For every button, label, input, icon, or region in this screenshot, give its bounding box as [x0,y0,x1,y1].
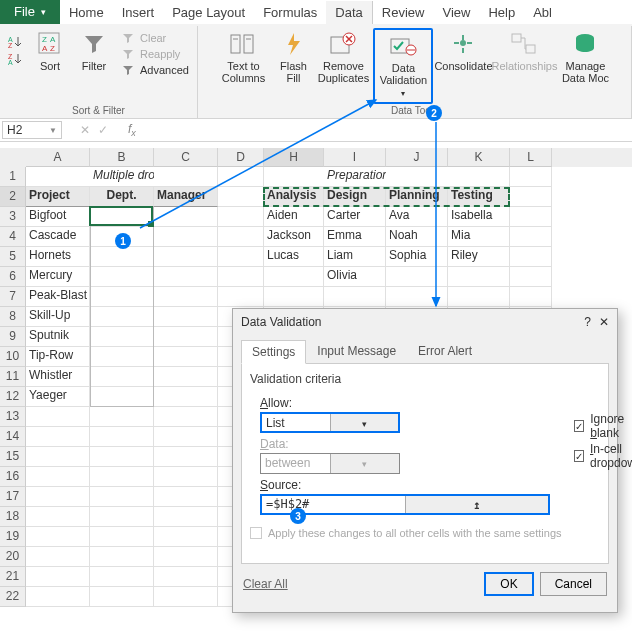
row-header[interactable]: 4 [0,227,26,247]
in-cell-dropdown-checkbox[interactable]: ✓In-cell dropdown [574,442,632,470]
consolidate-button[interactable]: Consolidate [437,28,489,74]
data-validation-button[interactable]: Data Validation ▾ [373,28,433,104]
cell[interactable] [90,547,154,567]
text-to-columns-button[interactable]: Text to Columns [217,28,269,86]
cell[interactable] [510,287,552,307]
cell[interactable]: Carter [324,207,386,227]
cell[interactable]: Aiden [264,207,324,227]
row-header[interactable]: 8 [0,307,26,327]
cell[interactable] [26,467,90,487]
cell[interactable]: Skill-Up [26,307,90,327]
row-header[interactable]: 9 [0,327,26,347]
cell[interactable] [90,487,154,507]
cell[interactable] [26,487,90,507]
col-header[interactable]: H [264,148,324,167]
cell[interactable]: Mia [448,227,510,247]
cell[interactable]: Noah [386,227,448,247]
cell[interactable] [154,427,218,447]
cell[interactable] [154,527,218,547]
cell[interactable] [510,227,552,247]
cell[interactable] [218,247,264,267]
cell[interactable] [386,287,448,307]
cell[interactable]: Sophia [386,247,448,267]
row-header[interactable]: 15 [0,447,26,467]
cell[interactable] [154,507,218,527]
row-header[interactable]: 20 [0,547,26,567]
tab-ablebits[interactable]: Abl [524,1,561,24]
cell[interactable] [218,187,264,207]
cell[interactable]: Hornets [26,247,90,267]
cell[interactable] [324,287,386,307]
enter-formula-icon[interactable]: ✓ [98,123,108,137]
cell[interactable] [90,527,154,547]
cell[interactable] [26,507,90,527]
cell[interactable] [90,207,154,227]
cell[interactable] [26,427,90,447]
cell[interactable] [154,587,218,607]
cell[interactable] [26,547,90,567]
cell[interactable] [448,167,510,187]
tab-page-layout[interactable]: Page Layout [163,1,254,24]
ignore-blank-checkbox[interactable]: ✓Ignore blank [574,412,632,440]
row-header[interactable]: 17 [0,487,26,507]
help-button[interactable]: ? [584,315,591,329]
col-header[interactable]: B [90,148,154,167]
file-tab[interactable]: File▾ [0,0,60,24]
cell[interactable] [154,227,218,247]
cell[interactable]: Peak-Blast [26,287,90,307]
reapply-button[interactable]: Reapply [118,46,191,62]
cell[interactable] [154,567,218,587]
cell[interactable] [218,287,264,307]
allow-dropdown[interactable]: List▾ [260,412,400,433]
row-header[interactable]: 18 [0,507,26,527]
cell[interactable] [154,367,218,387]
ok-button[interactable]: OK [484,572,533,596]
cell[interactable] [154,387,218,407]
cell[interactable] [90,307,154,327]
cell[interactable] [218,267,264,287]
fx-icon[interactable]: fx [128,122,136,138]
cell[interactable] [26,527,90,547]
cell[interactable]: Lucas [264,247,324,267]
cell[interactable] [90,507,154,527]
cell[interactable] [90,287,154,307]
col-header[interactable]: D [218,148,264,167]
row-header[interactable]: 21 [0,567,26,587]
cell[interactable] [154,247,218,267]
filter-button[interactable]: Filter [74,28,114,74]
cell[interactable]: Tip-Row [26,347,90,367]
sort-asc-button[interactable]: AZ [6,34,26,50]
cell[interactable] [154,327,218,347]
cell[interactable]: Olivia [324,267,386,287]
tab-view[interactable]: View [433,1,479,24]
cell[interactable]: Cascade [26,227,90,247]
row-header[interactable]: 13 [0,407,26,427]
cell[interactable] [264,287,324,307]
col-header[interactable]: A [26,148,90,167]
cancel-button[interactable]: Cancel [540,572,607,596]
cell[interactable]: Isabella [448,207,510,227]
col-header[interactable]: J [386,148,448,167]
cell[interactable] [90,267,154,287]
cell[interactable]: Riley [448,247,510,267]
tab-help[interactable]: Help [479,1,524,24]
cell[interactable] [90,467,154,487]
cell[interactable] [510,247,552,267]
row-header[interactable]: 2 [0,187,26,207]
tab-error-alert[interactable]: Error Alert [407,339,483,363]
cell[interactable] [154,267,218,287]
cell[interactable] [218,227,264,247]
cell[interactable]: Bigfoot [26,207,90,227]
remove-duplicates-button[interactable]: Remove Duplicates [317,28,369,86]
cell[interactable]: Sputnik [26,327,90,347]
row-header[interactable]: 14 [0,427,26,447]
cell[interactable] [90,327,154,347]
cell[interactable] [154,207,218,227]
cell[interactable] [510,167,552,187]
cell[interactable] [154,167,218,187]
cell[interactable] [264,267,324,287]
cell[interactable] [264,167,324,187]
name-box[interactable]: H2▼ [2,121,62,139]
tab-data[interactable]: Data [326,1,372,24]
cell[interactable] [26,567,90,587]
